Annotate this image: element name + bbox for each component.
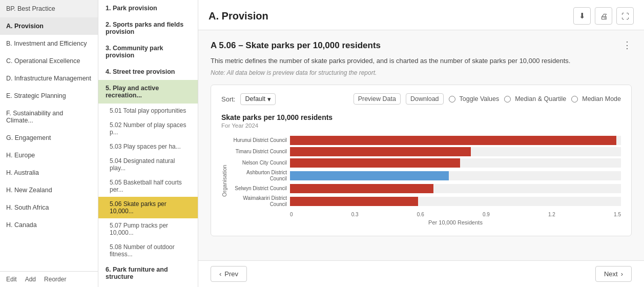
sidebar-item-bp[interactable]: BP. Best Practice (0, 0, 98, 17)
reorder-button[interactable]: Reorder (44, 276, 66, 283)
mid-sidebar: 1. Park provision2. Sports parks and fie… (98, 0, 198, 287)
bar-row: Waimakariri District Council (231, 195, 621, 208)
mid-item-5-06[interactable]: 5.06 Skate parks per 10,000... (98, 197, 198, 218)
bar-track (290, 184, 621, 193)
chart-area: Organisation Hurunui District CouncilTim… (221, 136, 621, 225)
x-axis-tick: 0 (290, 212, 293, 217)
toggle-values-radio[interactable]: Toggle Values (449, 95, 500, 102)
bar-row: Nelson City Council (231, 158, 621, 168)
bar-fill (290, 147, 471, 156)
page-title: A. Provision (209, 10, 268, 22)
bar-org-label: Nelson City Council (231, 160, 287, 166)
mid-item-5-01[interactable]: 5.01 Total play opportunities (98, 104, 198, 118)
sidebar-item-f[interactable]: F. Sustainability and Climate... (0, 105, 98, 129)
mid-item-5[interactable]: 5. Play and active recreation... (98, 80, 198, 104)
edit-button[interactable]: Edit (6, 276, 17, 283)
header-actions: ⬇ 🖨 ⛶ (573, 7, 634, 25)
mid-item-2[interactable]: 2. Sports parks and fields provision (98, 16, 198, 40)
mid-item-4[interactable]: 4. Street tree provision (98, 64, 198, 80)
sort-select[interactable]: Default ▾ (240, 93, 276, 105)
chart-subtitle: For Year 2024 (221, 122, 621, 129)
metric-title: A 5.06 – Skate parks per 10,000 resident… (211, 40, 632, 51)
next-arrow-icon: › (621, 270, 623, 278)
prev-button[interactable]: ‹ Prev (211, 266, 247, 282)
median-quartile-label: Median & Quartile (515, 95, 566, 102)
main-header: A. Provision ⬇ 🖨 ⛶ (198, 0, 644, 30)
next-button[interactable]: Next › (595, 266, 632, 282)
bar-track (290, 136, 621, 145)
bar-fill (290, 136, 616, 145)
sidebar-item-h-australia[interactable]: H. Australia (0, 164, 98, 181)
bar-fill (290, 197, 418, 206)
chart-title: Skate parks per 10,000 residents (221, 113, 621, 121)
bar-track (290, 197, 621, 206)
bar-org-label: Ashburton District Council (231, 170, 287, 182)
mid-item-5-03[interactable]: 5.03 Play spaces per ha... (98, 139, 198, 154)
sidebar-item-h-canada[interactable]: H. Canada (0, 216, 98, 234)
preview-data-button[interactable]: Preview Data (354, 93, 401, 105)
main-content: A. Provision ⬇ 🖨 ⛶ ⋮ A 5.06 – Skate park… (198, 0, 644, 287)
mid-item-6[interactable]: 6. Park furniture and structure (98, 261, 198, 285)
median-mode-label: Median Mode (582, 95, 621, 102)
prev-arrow-icon: ‹ (219, 270, 221, 278)
mid-item-3[interactable]: 3. Community park provision (98, 40, 198, 64)
bar-row: Ashburton District Council (231, 170, 621, 182)
bar-track (290, 171, 621, 180)
sidebar-item-g[interactable]: G. Engagement (0, 129, 98, 147)
main-body: ⋮ A 5.06 – Skate parks per 10,000 reside… (198, 30, 644, 260)
download-header-button[interactable]: ⬇ (573, 7, 591, 25)
prev-label: Prev (224, 270, 238, 278)
metric-description: This metric defines the number of skate … (211, 56, 632, 66)
sidebar-item-b[interactable]: B. Investment and Efficiency (0, 35, 98, 52)
main-footer: ‹ Prev Next › (198, 260, 644, 287)
add-button[interactable]: Add (25, 276, 36, 283)
x-axis-tick: 1.5 (614, 212, 621, 217)
median-quartile-radio[interactable]: Median & Quartile (504, 95, 566, 102)
sidebar-item-h-newzealand[interactable]: H. New Zealand (0, 181, 98, 199)
x-axis-tick: 0.6 (417, 212, 424, 217)
expand-header-button[interactable]: ⛶ (616, 7, 634, 25)
chart-card: Sort: Default ▾ Preview Data Download To… (211, 85, 632, 236)
mid-item-5-02[interactable]: 5.02 Number of play spaces p... (98, 118, 198, 139)
mid-item-5-05[interactable]: 5.05 Basketball half courts per... (98, 175, 198, 197)
bar-row: Timaru District Council (231, 147, 621, 156)
bar-fill (290, 171, 449, 180)
sidebar-item-h-southafrica[interactable]: H. South Africa (0, 199, 98, 216)
x-axis-tick: 0.9 (483, 212, 490, 217)
x-axis-tick: 1.2 (548, 212, 555, 217)
bar-org-label: Timaru District Council (231, 149, 287, 155)
toggle-values-label: Toggle Values (460, 95, 500, 102)
more-options-button[interactable]: ⋮ (622, 39, 632, 51)
bar-org-label: Waimakariri District Council (231, 195, 287, 208)
mid-item-5-04[interactable]: 5.04 Designated natural play... (98, 154, 198, 175)
bar-chart: Hurunui District CouncilTimaru District … (231, 136, 621, 208)
bar-fill (290, 158, 460, 168)
sidebar-item-h-europe[interactable]: H. Europe (0, 147, 98, 164)
sort-chevron-icon: ▾ (267, 95, 271, 103)
mid-item-5-07[interactable]: 5.07 Pump tracks per 10,000... (98, 218, 198, 240)
print-header-button[interactable]: 🖨 (595, 7, 612, 25)
sort-label: Sort: (221, 95, 235, 103)
sidebar-item-c[interactable]: C. Operational Excellence (0, 52, 98, 70)
sort-value: Default (245, 95, 265, 102)
bar-row: Hurunui District Council (231, 136, 621, 145)
metric-note: Note: All data below is preview data for… (211, 69, 632, 76)
x-axis-ticks: 00.30.60.91.21.5 (290, 212, 621, 217)
median-mode-radio[interactable]: Median Mode (571, 95, 621, 102)
bar-row: Selwyn District Council (231, 184, 621, 193)
x-axis-tick: 0.3 (351, 212, 359, 217)
sidebar-item-a[interactable]: A. Provision (0, 17, 98, 35)
mid-item-5-08[interactable]: 5.08 Number of outdoor fitness... (98, 240, 198, 261)
mid-item-1[interactable]: 1. Park provision (98, 0, 198, 16)
bar-fill (290, 184, 433, 193)
chart-inner: Hurunui District CouncilTimaru District … (231, 136, 621, 225)
download-button[interactable]: Download (406, 93, 444, 105)
bar-track (290, 158, 621, 168)
bar-track (290, 147, 621, 156)
sidebar-item-e[interactable]: E. Strategic Planning (0, 87, 98, 105)
sidebar-item-d[interactable]: D. Infrastructure Management (0, 70, 98, 87)
left-sidebar: BP. Best PracticeA. ProvisionB. Investme… (0, 0, 98, 287)
x-axis-label: Per 10,000 Residents (290, 219, 621, 225)
next-label: Next (604, 270, 618, 278)
sidebar-footer: Edit Add Reorder (0, 271, 98, 287)
